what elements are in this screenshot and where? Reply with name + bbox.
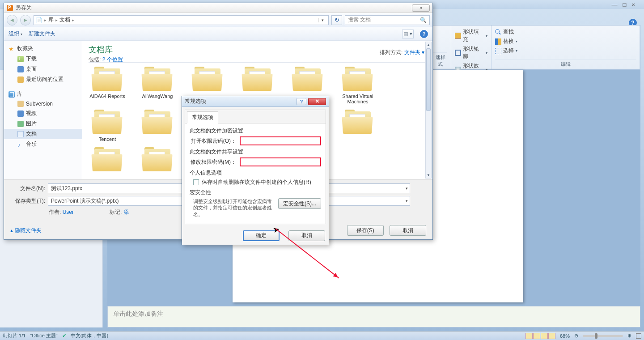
help-icon[interactable]: ? [420,30,428,38]
tree-label: Subversion [26,101,53,107]
app-minimize[interactable]: — [612,1,618,8]
tree-pictures[interactable]: 图片 [4,119,82,129]
tree-libraries[interactable]: 库 [4,89,82,99]
scroll-up-button[interactable]: ▲ [426,42,431,48]
nav-forward-button[interactable]: ► [20,15,31,26]
saveas-toolbar: 组织 ▾ 新建文件夹 ▤ ▾ ? [4,27,432,41]
notes-area[interactable]: 单击此处添加备注 [107,306,640,327]
status-bar: 幻灯片 1/1 "Office 主题" ✔ 中文(简体，中国) 68% ⊖ ⊕ [0,331,644,340]
find-label: 查找 [503,28,514,36]
breadcrumb-item[interactable]: 文档 [59,16,70,24]
shape-outline-label: 形状轮廓 [463,45,484,60]
sort-control: 排列方式: 文件夹 ▾ [380,49,424,56]
organize-button[interactable]: 组织 ▾ [8,30,22,38]
folder-item[interactable]: AIDA64 Reports [85,67,130,104]
macro-security-button[interactable]: 宏安全性(S)... [278,198,321,209]
view-normal-button[interactable] [525,333,533,339]
tree-documents[interactable]: 文档 [4,129,82,139]
shape-outline-button[interactable]: 形状轮廓▾ [455,44,487,61]
tree-desktop[interactable]: 桌面 [4,64,82,74]
ribbon-partial: 速样式 形状填充▾ 形状轮廓▾ 形状效果▾ ⌐ 查找 替换▾ 选择▾ 编辑 [429,25,640,70]
scroll-down-button[interactable]: ▼ [426,172,431,178]
folder-item[interactable] [85,147,130,174]
find-button[interactable]: 查找 [495,27,636,37]
filename-value: 测试123.pptx [51,185,82,192]
tree-favorites[interactable]: ★收藏夹 [4,43,82,54]
tree-label: 桌面 [26,65,37,73]
view-mode-button[interactable]: ▤ ▾ [402,30,414,38]
spellcheck-icon[interactable]: ✔ [62,333,66,339]
macro-section-head: 宏安全性 [190,189,321,196]
chevron-up-icon: ▴ [10,227,13,234]
tree-music[interactable]: ♪音乐 [4,139,82,149]
search-input[interactable]: 搜索 文档 🔍 [345,15,430,25]
tree-label: 图片 [26,120,37,128]
new-folder-button[interactable]: 新建文件夹 [29,30,55,38]
select-button[interactable]: 选择▾ [495,46,636,55]
breadcrumb-dropdown[interactable]: ▾ [318,18,326,22]
vertical-scrollbar[interactable]: ▲ ▼ [425,42,432,178]
tree-videos[interactable]: 视频 [4,108,82,119]
recent-icon [17,76,24,83]
status-language[interactable]: 中文(简体，中国) [71,332,108,339]
close-button[interactable]: ✕ [308,98,326,105]
folder-icon [17,101,24,107]
tree-label: 最近访问的位置 [26,76,64,83]
folder-item[interactable] [135,147,180,174]
tree-downloads[interactable]: 下载 [4,54,82,64]
saveas-titlebar[interactable]: 另存为 ⤬ [4,3,432,13]
folder-item[interactable] [335,110,380,142]
view-sorter-button[interactable] [533,333,540,339]
saveas-close-button[interactable]: ⤬ [412,4,430,12]
music-icon: ♪ [17,141,24,148]
replace-button[interactable]: 替换▾ [495,37,636,46]
general-options-tab[interactable]: 常规选项 [187,111,218,123]
help-button[interactable]: ? [297,98,306,105]
tags-link[interactable]: 添 [123,209,129,215]
nav-back-button[interactable]: ◄ [7,15,17,26]
folder-item[interactable]: Shared Virtual Machines [335,67,380,104]
folder-icon [192,67,223,92]
scroll-thumb[interactable] [426,48,431,111]
cancel-button[interactable]: 取消 [390,225,426,236]
fit-window-button[interactable] [636,333,641,339]
zoom-slider[interactable] [583,335,623,337]
video-icon [17,110,24,117]
view-reading-button[interactable] [541,333,548,339]
folder-icon [142,110,173,135]
options-titlebar[interactable]: 常规选项 ? ✕ [182,96,329,107]
outline-icon [455,50,461,56]
desktop-icon [17,66,24,72]
folder-icon [342,67,373,92]
breadcrumb-item[interactable]: 库 [48,16,54,24]
ok-button[interactable]: 确定 [243,230,280,241]
remove-personal-checkbox[interactable] [193,179,199,185]
save-button[interactable]: 保存(S) [347,225,384,236]
library-locations-link[interactable]: 2 个位置 [102,56,123,63]
chevron-down-icon[interactable]: ▾ [406,199,408,203]
app-maximize[interactable]: □ [623,1,627,8]
sort-dropdown[interactable]: 文件夹 ▾ [404,49,424,55]
breadcrumb[interactable]: 📄 ▸ 库 ▸ 文档 ▸ ▾ [34,15,329,25]
chevron-down-icon: ▾ [516,39,517,43]
chevron-down-icon[interactable]: ▾ [406,186,408,191]
tree-subversion[interactable]: Subversion [4,99,82,108]
folder-item[interactable]: AliWangWang [135,67,180,104]
tree-recent[interactable]: 最近访问的位置 [4,74,82,85]
folder-item[interactable]: Tencent [85,110,130,142]
modify-password-input[interactable] [240,157,321,166]
status-theme: "Office 主题" [30,332,57,339]
hide-folders-link[interactable]: ▴隐藏文件夹 [10,227,42,234]
folder-item[interactable] [135,110,180,142]
shape-fill-button[interactable]: 形状填充▾ [455,27,487,44]
refresh-button[interactable]: ↻ [331,15,342,25]
zoom-in-button[interactable]: ⊕ [627,333,631,339]
open-password-input[interactable] [240,136,321,145]
author-link[interactable]: User [63,209,74,215]
view-slideshow-button[interactable] [548,333,555,339]
zoom-percent[interactable]: 68% [560,333,570,339]
zoom-out-button[interactable]: ⊖ [574,333,578,339]
cancel-button[interactable]: 取消 [288,230,325,241]
app-close[interactable]: × [631,1,635,8]
tags-label: 标记: [110,209,122,215]
